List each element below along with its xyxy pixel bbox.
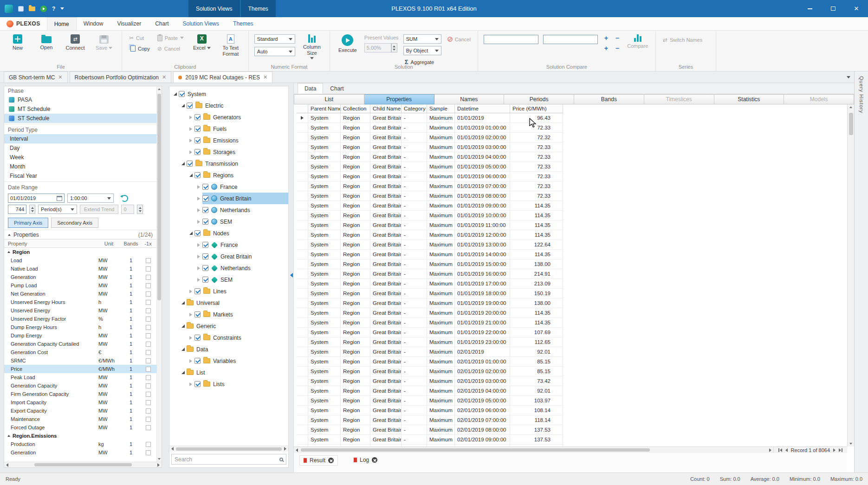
tree-expander[interactable] <box>196 220 201 224</box>
column-header-category[interactable]: Category <box>402 104 427 113</box>
result-row[interactable]: SystemRegionGreat Britain-Maximum01/01/2… <box>297 211 563 220</box>
result-subtab-list[interactable]: List <box>294 94 364 104</box>
result-row[interactable]: SystemRegionGreat Britain-Maximum01/01/2… <box>297 308 563 318</box>
tree-node-transmission[interactable]: Transmission <box>169 158 288 169</box>
tree-node-electric[interactable]: Electric <box>169 100 288 111</box>
minimize-button[interactable] <box>798 0 822 17</box>
next-record-button[interactable] <box>833 448 836 452</box>
copy-button[interactable]: Copy <box>128 44 151 53</box>
paste-button[interactable]: Paste <box>156 33 185 42</box>
tree-expander[interactable] <box>196 197 201 200</box>
menu-tab-window[interactable]: Window <box>77 17 110 30</box>
checked-checkbox[interactable] <box>194 311 201 317</box>
col-header-bands[interactable]: Bands <box>122 241 140 246</box>
column-size-button[interactable]: Column Size <box>300 33 324 59</box>
tree-node-netherlands[interactable]: Netherlands <box>169 262 288 274</box>
neg1x-checkbox[interactable] <box>146 291 151 297</box>
tree-expander[interactable] <box>188 139 194 142</box>
tree-node-france[interactable]: France <box>169 181 288 193</box>
property-row-load[interactable]: LoadMW1 <box>4 256 156 265</box>
period-type-month[interactable]: Month <box>4 162 156 171</box>
secondary-axis-button[interactable]: Secondary Axis <box>51 218 98 228</box>
scrollbar-thumb[interactable] <box>849 113 853 135</box>
open-button[interactable]: Open <box>34 33 58 51</box>
result-row[interactable]: SystemRegionGreat Britain-Maximum02/01/2… <box>297 347 563 357</box>
extend-trend-spinner[interactable] <box>137 205 143 214</box>
tree-expander[interactable] <box>188 336 194 340</box>
tree-expander[interactable] <box>188 359 194 363</box>
period-count-spinner[interactable] <box>29 205 35 214</box>
tree-node-generators[interactable]: Generators <box>169 111 288 123</box>
compare-add-button-2[interactable]: + <box>602 45 610 52</box>
checked-checkbox[interactable] <box>202 253 208 259</box>
close-tab-icon[interactable]: ✕ <box>58 74 62 80</box>
scroll-down-icon[interactable] <box>158 458 161 460</box>
tree-node-markets[interactable]: Markets <box>169 309 288 320</box>
neg1x-checkbox[interactable] <box>146 375 151 380</box>
compare-remove-button[interactable]: − <box>614 34 621 42</box>
result-row[interactable]: SystemRegionGreat Britain-Maximum01/01/2… <box>297 337 563 347</box>
result-row[interactable]: SystemRegionGreat Britain-Maximum01/01/2… <box>297 201 563 211</box>
result-row[interactable]: SystemRegionGreat Britain-Maximum02/01/2… <box>297 357 563 367</box>
col-header-property[interactable]: Property <box>4 241 96 246</box>
close-tab-icon[interactable]: ✕ <box>162 74 166 80</box>
close-output-icon[interactable] <box>372 457 377 463</box>
context-tab-solution-views[interactable]: Solution Views <box>188 0 240 17</box>
left-panel-horizontal-scrollbar[interactable] <box>4 462 162 467</box>
scroll-down-icon[interactable] <box>849 443 852 445</box>
result-subtab-names[interactable]: Names <box>434 94 505 104</box>
scroll-left-icon[interactable] <box>6 463 8 467</box>
checked-checkbox[interactable] <box>194 172 201 178</box>
checked-checkbox[interactable] <box>194 288 201 294</box>
tree-node-sem[interactable]: SEM <box>169 274 288 285</box>
tree-search-input[interactable] <box>175 456 277 463</box>
column-header-child-name[interactable]: Child Name <box>370 104 402 113</box>
start-time-select[interactable]: 1:00:00 <box>67 194 114 203</box>
tree-node-variables[interactable]: Variables <box>169 355 288 367</box>
result-row[interactable]: SystemRegionGreat Britain-Maximum01/01/2… <box>297 142 563 152</box>
property-row-export-capacity[interactable]: Export CapacityMW1 <box>4 407 156 415</box>
property-row-forced-outage[interactable]: Forced OutageMW1 <box>4 423 156 432</box>
col-header-neg1x[interactable]: -1x <box>140 241 156 246</box>
tree-expander[interactable] <box>180 301 186 304</box>
period-unit-select[interactable]: Period(s) <box>38 205 77 214</box>
checked-checkbox[interactable] <box>194 230 201 236</box>
checked-checkbox[interactable] <box>194 358 201 364</box>
result-row[interactable]: SystemRegionGreat Britain-Maximum01/01/2… <box>297 250 563 259</box>
property-row-dump-energy-hours[interactable]: Dump Energy Hoursh1 <box>4 323 156 331</box>
result-subtab-properties[interactable]: Properties <box>364 94 434 104</box>
result-row[interactable]: SystemRegionGreat Britain-Maximum02/01/2… <box>297 396 563 406</box>
output-tab-result[interactable]: Result <box>299 455 338 466</box>
maximize-button[interactable] <box>822 0 845 17</box>
neg1x-checkbox[interactable] <box>146 367 151 372</box>
scroll-left-icon[interactable] <box>296 448 298 452</box>
neg1x-checkbox[interactable] <box>146 266 151 272</box>
result-row[interactable]: SystemRegionGreat Britain-Maximum01/01/2… <box>297 279 563 289</box>
tree-node-france[interactable]: France <box>169 239 288 251</box>
new-button[interactable]: New <box>6 33 30 51</box>
tree-expander[interactable] <box>196 278 201 282</box>
context-tab-themes[interactable]: Themes <box>241 0 276 17</box>
tree-expander[interactable] <box>180 324 186 328</box>
save-button[interactable]: Save <box>92 33 116 51</box>
checked-checkbox[interactable] <box>202 277 208 283</box>
tree-expander[interactable] <box>188 127 194 131</box>
tree-node-generic[interactable]: Generic <box>169 320 288 332</box>
neg1x-checkbox[interactable] <box>146 342 151 347</box>
compare-solution-input-2[interactable] <box>543 35 598 44</box>
extend-trend-button[interactable]: Extend Trend <box>80 205 118 214</box>
result-row[interactable]: SystemRegionGreat Britain-Maximum01/01/2… <box>297 220 563 230</box>
column-header-parent-name[interactable]: Parent Name <box>308 104 341 113</box>
help-icon[interactable]: ? <box>52 6 55 12</box>
quick-execute-icon[interactable] <box>40 6 47 12</box>
result-row[interactable]: SystemRegionGreat Britain-Maximum01/01/2… <box>297 133 563 142</box>
neg1x-checkbox[interactable] <box>146 283 151 288</box>
column-header-collection[interactable]: Collection <box>341 104 370 113</box>
property-row-dump-energy[interactable]: Dump EnergyMW1 <box>4 331 156 340</box>
tree-node-lines[interactable]: Lines <box>169 285 288 297</box>
checked-checkbox[interactable] <box>194 335 201 341</box>
neg1x-checkbox[interactable] <box>146 358 151 363</box>
menu-tab-home[interactable]: Home <box>47 17 77 30</box>
result-row[interactable]: SystemRegionGreat Britain-Maximum02/01/2… <box>297 386 563 396</box>
property-row-generation-cost[interactable]: Generation Cost€1 <box>4 348 156 356</box>
